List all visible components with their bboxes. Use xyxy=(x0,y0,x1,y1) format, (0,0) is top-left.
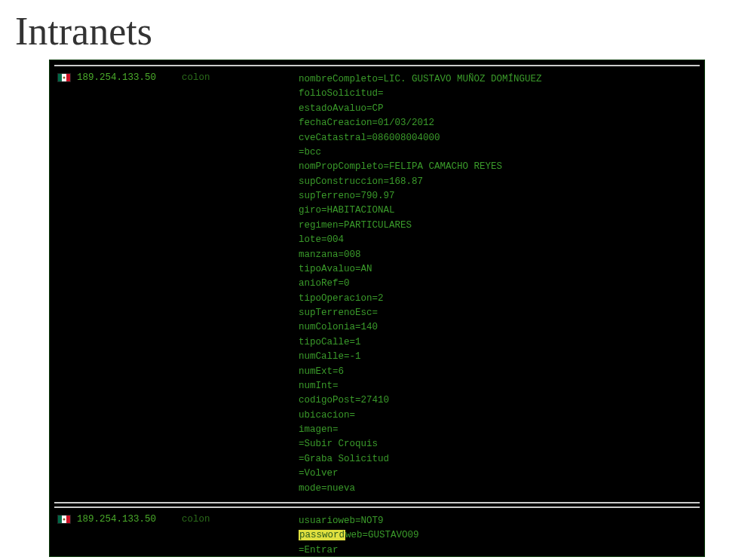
mexico-flag-icon xyxy=(57,515,71,524)
data-line: fechaCreacion=01/03/2012 xyxy=(299,116,697,130)
data-line: =Subir Croquis xyxy=(299,437,697,451)
data-line: anioRef=0 xyxy=(299,277,697,291)
ip-address[interactable]: 189.254.133.50 xyxy=(77,72,156,83)
record-meta: 189.254.133.50colon xyxy=(57,514,299,525)
data-line: tipoAvaluo=AN xyxy=(299,262,697,277)
data-line: =Graba Solicitud xyxy=(299,452,697,467)
data-line: folioSolicitud= xyxy=(299,87,697,101)
data-line: numColonia=140 xyxy=(299,320,697,335)
data-line-text: web=GUSTAVO09 xyxy=(345,530,419,540)
data-line: =Volver xyxy=(299,467,697,481)
data-line: supTerreno=790.97 xyxy=(299,189,697,203)
data-line: cveCatastral=086008004000 xyxy=(299,131,697,145)
data-line: imagen= xyxy=(299,423,697,437)
data-line: passwordweb=GUSTAVO09 xyxy=(299,528,697,543)
data-line: tipoOperacion=2 xyxy=(299,292,697,306)
data-line: lote=004 xyxy=(299,233,697,247)
data-line: numInt= xyxy=(299,379,697,393)
data-line: supTerrenoEsc= xyxy=(299,306,697,320)
data-line: codigoPost=27410 xyxy=(299,393,697,408)
data-line: numExt=6 xyxy=(299,365,697,379)
record-meta: 189.254.133.50colon xyxy=(57,72,299,83)
data-line: regimen=PARTICULARES xyxy=(299,219,697,233)
data-line: ubicacion= xyxy=(299,409,697,423)
data-line: usuarioweb=NOT9 xyxy=(299,514,697,528)
data-line: numCalle=-1 xyxy=(299,350,697,364)
data-line: nomPropCompleto=FELIPA CAMACHO REYES xyxy=(299,160,697,174)
data-line: =Entrar xyxy=(299,543,697,557)
record-data: usuarioweb=NOT9passwordweb=GUSTAVO09=Ent… xyxy=(299,514,697,557)
data-line: supConstruccion=168.87 xyxy=(299,175,697,189)
record-data: nombreCompleto=LIC. GUSTAVO MUÑOZ DOMÍNG… xyxy=(299,72,697,496)
data-line: estadoAvaluo=CP xyxy=(299,102,697,116)
data-line: =bcc xyxy=(299,145,697,160)
result-record: 189.254.133.50colonusuarioweb=NOT9passwo… xyxy=(54,506,700,557)
data-line: mode=nueva xyxy=(299,482,697,496)
page-title: Intranets xyxy=(0,0,754,60)
mexico-flag-icon xyxy=(57,73,71,82)
host-label: colon xyxy=(182,514,210,525)
console-panel: 189.254.133.50colonnombreCompleto=LIC. G… xyxy=(49,60,705,557)
data-line: nombreCompleto=LIC. GUSTAVO MUÑOZ DOMÍNG… xyxy=(299,72,697,87)
data-line: manzana=008 xyxy=(299,248,697,262)
host-label: colon xyxy=(182,72,210,83)
data-line: giro=HABITACIONAL xyxy=(299,203,697,218)
ip-address[interactable]: 189.254.133.50 xyxy=(77,514,156,525)
result-record: 189.254.133.50colonnombreCompleto=LIC. G… xyxy=(54,65,700,503)
data-line: tipoCalle=1 xyxy=(299,335,697,350)
highlighted-term: password xyxy=(299,530,345,540)
